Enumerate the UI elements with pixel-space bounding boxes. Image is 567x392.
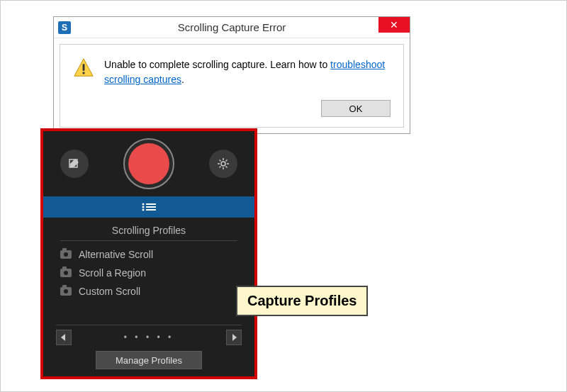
ok-button[interactable]: OK bbox=[321, 100, 391, 117]
profile-label: Scroll a Region bbox=[79, 267, 146, 279]
profile-label: Alternative Scroll bbox=[79, 249, 153, 260]
chevron-right-icon bbox=[231, 334, 237, 341]
capture-profiles-panel: Scrolling Profiles Alternative Scroll Sc… bbox=[40, 128, 257, 379]
dialog-message-prefix: Unable to complete scrolling capture. Le… bbox=[104, 59, 330, 70]
section-title: Scrolling Profiles bbox=[60, 225, 237, 236]
svg-point-13 bbox=[142, 203, 145, 206]
svg-line-9 bbox=[220, 160, 221, 162]
profile-item-alternative-scroll[interactable]: Alternative Scroll bbox=[60, 245, 237, 264]
dialog-body: Unable to complete scrolling capture. Le… bbox=[60, 44, 404, 128]
divider bbox=[56, 325, 242, 325]
dialog-message-suffix: . bbox=[181, 74, 184, 85]
list-icon bbox=[141, 202, 157, 212]
profile-item-custom-scroll[interactable]: Custom Scroll bbox=[60, 282, 237, 301]
camera-icon bbox=[60, 287, 72, 296]
dialog-title: Scrolling Capture Error bbox=[54, 21, 410, 33]
svg-rect-1 bbox=[83, 64, 85, 70]
svg-point-17 bbox=[142, 209, 145, 211]
warning-icon bbox=[73, 57, 94, 79]
edit-icon bbox=[68, 157, 81, 170]
callout-label: Capture Profiles bbox=[236, 286, 368, 316]
profile-item-scroll-region[interactable]: Scroll a Region bbox=[60, 264, 237, 282]
gear-icon bbox=[217, 157, 230, 170]
svg-point-4 bbox=[221, 162, 225, 166]
svg-marker-20 bbox=[232, 334, 237, 341]
error-dialog: S Scrolling Capture Error ✕ Unable to co… bbox=[53, 16, 410, 134]
svg-rect-18 bbox=[146, 209, 156, 211]
edit-button[interactable] bbox=[60, 150, 89, 178]
camera-icon bbox=[60, 269, 72, 277]
svg-line-11 bbox=[220, 167, 221, 168]
pager-next-button[interactable] bbox=[226, 330, 242, 345]
pager: • • • • • bbox=[56, 330, 242, 345]
chevron-left-icon bbox=[61, 334, 67, 341]
profile-label: Custom Scroll bbox=[79, 286, 140, 297]
dialog-titlebar: S Scrolling Capture Error ✕ bbox=[54, 17, 410, 38]
profiles-tab[interactable] bbox=[43, 196, 254, 218]
dialog-message: Unable to complete scrolling capture. Le… bbox=[104, 57, 391, 87]
svg-point-15 bbox=[142, 206, 145, 208]
svg-line-12 bbox=[226, 160, 228, 162]
settings-button[interactable] bbox=[209, 150, 237, 178]
svg-rect-16 bbox=[146, 206, 156, 208]
divider bbox=[60, 240, 237, 241]
manage-profiles-button[interactable]: Manage Profiles bbox=[96, 351, 202, 369]
svg-marker-19 bbox=[61, 334, 65, 341]
svg-line-10 bbox=[226, 167, 228, 168]
profile-list: Alternative Scroll Scroll a Region Custo… bbox=[60, 245, 237, 301]
svg-rect-14 bbox=[146, 203, 156, 205]
svg-rect-2 bbox=[83, 72, 85, 74]
close-button[interactable]: ✕ bbox=[378, 17, 410, 33]
capture-button-inner bbox=[128, 143, 169, 184]
pager-dots: • • • • • bbox=[124, 332, 174, 342]
camera-icon bbox=[60, 250, 72, 259]
pager-prev-button[interactable] bbox=[56, 330, 72, 345]
capture-button[interactable] bbox=[123, 138, 174, 189]
